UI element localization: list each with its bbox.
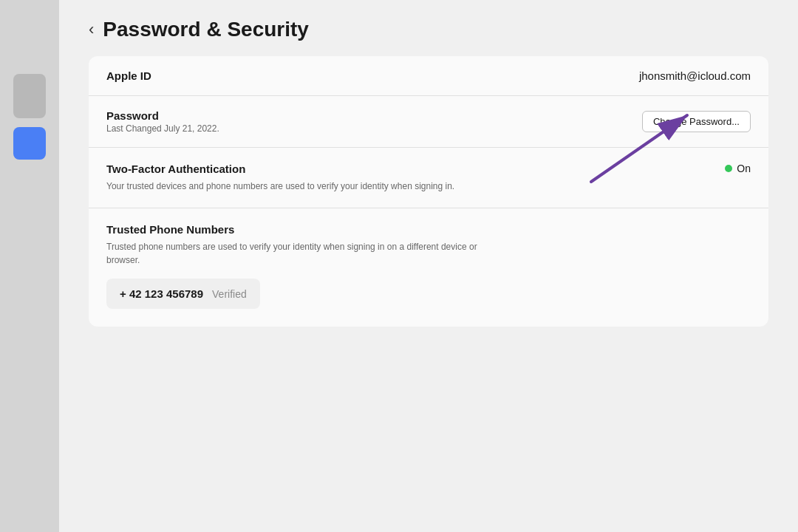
phone-number: + 42 123 456789 (120, 287, 203, 300)
status-dot-icon (725, 165, 732, 172)
apple-id-value: jhonsmith@icloud.com (639, 69, 751, 82)
content-wrapper: Apple ID jhonsmith@icloud.com Password L… (89, 56, 768, 327)
page-title: Password & Security (103, 18, 309, 41)
tfa-status: On (725, 163, 751, 174)
sidebar (0, 0, 59, 532)
phone-number-row: + 42 123 456789 Verified (106, 279, 260, 309)
sidebar-active-item[interactable] (13, 127, 46, 160)
back-button[interactable]: ‹ (89, 21, 94, 38)
content-area: Apple ID jhonsmith@icloud.com Password L… (59, 56, 798, 532)
password-label: Password (106, 109, 219, 122)
trusted-phone-title: Trusted Phone Numbers (106, 223, 234, 236)
trusted-phone-row: Trusted Phone Numbers Trusted phone numb… (89, 208, 768, 327)
tfa-section: Two-Factor Authentication Your trusted d… (106, 163, 710, 193)
two-factor-row: Two-Factor Authentication Your trusted d… (89, 148, 768, 208)
tfa-description: Your trusted devices and phone numbers a… (106, 180, 476, 193)
settings-card: Apple ID jhonsmith@icloud.com Password L… (89, 56, 768, 327)
password-row: Password Last Changed July 21, 2022. Cha… (89, 96, 768, 148)
password-sublabel: Last Changed July 21, 2022. (106, 123, 219, 134)
trusted-phone-description: Trusted phone numbers are used to verify… (106, 240, 505, 267)
sidebar-scroll-indicator (13, 74, 46, 118)
password-section: Password Last Changed July 21, 2022. (106, 109, 219, 134)
tfa-label: Two-Factor Authentication (106, 163, 476, 175)
apple-id-row: Apple ID jhonsmith@icloud.com (89, 56, 768, 96)
main-content: ‹ Password & Security Apple ID jhonsmith… (59, 0, 798, 532)
apple-id-label: Apple ID (106, 69, 151, 82)
tfa-content: Two-Factor Authentication Your trusted d… (106, 163, 476, 193)
change-password-button[interactable]: Change Password... (642, 111, 751, 132)
header: ‹ Password & Security (59, 0, 798, 56)
verified-badge: Verified (212, 288, 247, 300)
tfa-status-label: On (737, 163, 751, 174)
